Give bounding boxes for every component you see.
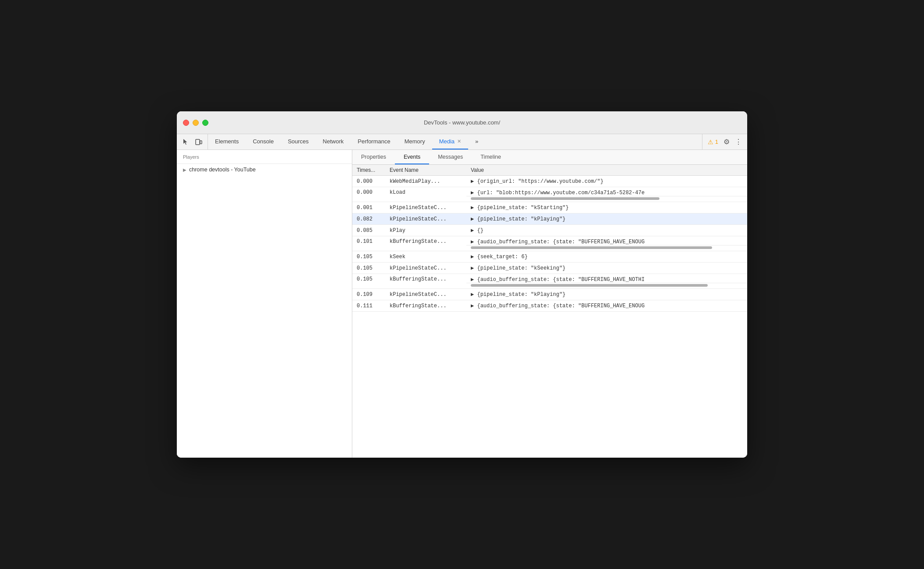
cell-event-name: kPipelineStateC...	[385, 263, 466, 274]
cell-timestamp: 0.000	[352, 187, 385, 202]
cell-scrollbar	[466, 245, 747, 251]
table-row[interactable]: 0.105kSeek▶ {seek_target: 6}	[352, 251, 747, 263]
tab-media-close[interactable]: ✕	[457, 139, 461, 144]
tab-network[interactable]: Network	[316, 134, 351, 149]
titlebar: DevTools - www.youtube.com/	[177, 111, 747, 134]
tab-performance[interactable]: Performance	[351, 134, 397, 149]
events-table-container[interactable]: Times... Event Name Value 0.000kWebMedia…	[352, 165, 747, 458]
tab-console[interactable]: Console	[246, 134, 281, 149]
table-row[interactable]: 0.082kPipelineStateC...▶ {pipeline_state…	[352, 213, 747, 225]
chevron-right-icon: ▶	[183, 167, 186, 172]
cell-value: ▶ {url: "blob:https://www.youtube.com/c3…	[466, 187, 747, 196]
cell-timestamp: 0.105	[352, 263, 385, 274]
cell-timestamp: 0.105	[352, 251, 385, 263]
tab-memory[interactable]: Memory	[398, 134, 432, 149]
cell-event-name: kSeek	[385, 251, 466, 263]
tab-elements[interactable]: Elements	[208, 134, 246, 149]
window-title: DevTools - www.youtube.com/	[424, 119, 500, 126]
toolbar-right: ⚠ 1 ⚙ ⋮	[702, 134, 747, 149]
svg-rect-0	[196, 139, 200, 145]
devtools-window: DevTools - www.youtube.com/ Elements Con…	[177, 111, 747, 458]
table-row[interactable]: 0.085kPlay▶ {}	[352, 225, 747, 236]
table-row[interactable]: 0.105kBufferingState...▶ {audio_bufferin…	[352, 274, 747, 283]
table-row[interactable]: 0.109kPipelineStateC...▶ {pipeline_state…	[352, 289, 747, 300]
sidebar-item-label: chrome devtools - YouTube	[189, 167, 256, 173]
table-row[interactable]: 0.000kWebMediaPlay...▶ {origin_url: "htt…	[352, 176, 747, 187]
cell-event-name: kBufferingState...	[385, 236, 466, 251]
cell-value: ▶ {pipeline_state: "kSeeking"}	[466, 263, 747, 274]
cell-event-name: kBufferingState...	[385, 300, 466, 312]
traffic-lights	[183, 120, 208, 126]
main-content: Players ▶ chrome devtools - YouTube Prop…	[177, 150, 747, 458]
table-row[interactable]: 0.105kPipelineStateC...▶ {pipeline_state…	[352, 263, 747, 274]
warning-badge[interactable]: ⚠ 1	[708, 139, 718, 146]
tab-more[interactable]: »	[468, 134, 485, 149]
cell-event-name: kWebMediaPlay...	[385, 176, 466, 187]
more-options-icon[interactable]: ⋮	[735, 138, 742, 146]
cell-timestamp: 0.085	[352, 225, 385, 236]
column-value: Value	[466, 165, 747, 176]
cell-value: ▶ {audio_buffering_state: {state: "BUFFE…	[466, 274, 747, 283]
cell-value: ▶ {audio_buffering_state: {state: "BUFFE…	[466, 300, 747, 312]
cell-value: ▶ {pipeline_state: "kPlaying"}	[466, 289, 747, 300]
cell-event-name: kBufferingState...	[385, 274, 466, 289]
cell-scrollbar	[466, 283, 747, 289]
svg-rect-1	[200, 141, 202, 144]
sidebar-header: Players	[177, 150, 352, 164]
events-table: Times... Event Name Value 0.000kWebMedia…	[352, 165, 747, 312]
cell-timestamp: 0.109	[352, 289, 385, 300]
settings-icon[interactable]: ⚙	[723, 138, 730, 146]
cell-event-name: kLoad	[385, 187, 466, 202]
column-event-name: Event Name	[385, 165, 466, 176]
cell-timestamp: 0.082	[352, 213, 385, 225]
cell-timestamp: 0.105	[352, 274, 385, 289]
cursor-icon[interactable]	[181, 138, 190, 146]
cell-value: ▶ {origin_url: "https://www.youtube.com/…	[466, 176, 747, 187]
table-header-row: Times... Event Name Value	[352, 165, 747, 176]
devtools-toolbar: Elements Console Sources Network Perform…	[177, 134, 747, 150]
cell-value: ▶ {pipeline_state: "kPlaying"}	[466, 213, 747, 225]
cell-value: ▶ {pipeline_state: "kStarting"}	[466, 202, 747, 213]
sidebar: Players ▶ chrome devtools - YouTube	[177, 150, 352, 458]
cell-value: ▶ {seek_target: 6}	[466, 251, 747, 263]
cell-event-name: kPipelineStateC...	[385, 213, 466, 225]
panel-tabs: Properties Events Messages Timeline	[352, 150, 747, 165]
table-row[interactable]: 0.001kPipelineStateC...▶ {pipeline_state…	[352, 202, 747, 213]
cell-timestamp: 0.001	[352, 202, 385, 213]
minimize-button[interactable]	[193, 120, 199, 126]
tab-media[interactable]: Media ✕	[432, 134, 468, 149]
cell-value: ▶ {}	[466, 225, 747, 236]
toolbar-icons	[177, 134, 208, 149]
column-timestamp: Times...	[352, 165, 385, 176]
cell-timestamp: 0.101	[352, 236, 385, 251]
sidebar-item-youtube[interactable]: ▶ chrome devtools - YouTube	[177, 164, 352, 175]
table-row[interactable]: 0.000kLoad▶ {url: "blob:https://www.yout…	[352, 187, 747, 196]
cell-scrollbar	[466, 196, 747, 202]
cell-timestamp: 0.000	[352, 176, 385, 187]
tab-properties[interactable]: Properties	[352, 150, 395, 164]
table-row[interactable]: 0.101kBufferingState...▶ {audio_bufferin…	[352, 236, 747, 245]
cell-value: ▶ {audio_buffering_state: {state: "BUFFE…	[466, 236, 747, 245]
device-icon[interactable]	[194, 138, 203, 146]
toolbar-tabs: Elements Console Sources Network Perform…	[208, 134, 702, 149]
table-row[interactable]: 0.111kBufferingState...▶ {audio_bufferin…	[352, 300, 747, 312]
cell-event-name: kPipelineStateC...	[385, 202, 466, 213]
cell-timestamp: 0.111	[352, 300, 385, 312]
close-button[interactable]	[183, 120, 189, 126]
panel: Properties Events Messages Timeline	[352, 150, 747, 458]
warning-count: 1	[715, 139, 718, 145]
tab-messages[interactable]: Messages	[429, 150, 472, 164]
maximize-button[interactable]	[202, 120, 208, 126]
cell-event-name: kPlay	[385, 225, 466, 236]
cell-event-name: kPipelineStateC...	[385, 289, 466, 300]
tab-sources[interactable]: Sources	[281, 134, 316, 149]
warning-icon: ⚠	[708, 139, 713, 146]
tab-timeline[interactable]: Timeline	[472, 150, 510, 164]
tab-events[interactable]: Events	[395, 150, 429, 164]
